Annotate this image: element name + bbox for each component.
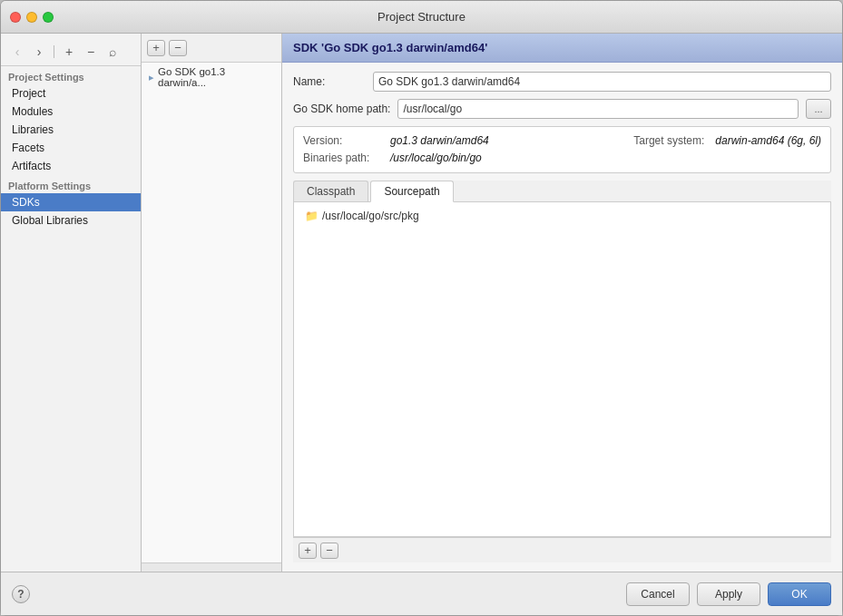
close-button[interactable] — [10, 12, 21, 23]
add-button[interactable]: + — [60, 43, 78, 61]
sidebar-item-facets[interactable]: Facets — [1, 139, 141, 157]
sidebar-item-libraries[interactable]: Libraries — [1, 121, 141, 139]
bottom-bar: ? Cancel Apply OK — [1, 572, 842, 615]
info-box: Version: go1.3 darwin/amd64 Target syste… — [293, 126, 831, 173]
sidebar-item-project[interactable]: Project — [1, 84, 141, 103]
sidebar: ‹ › + − ⌕ Project Settings Project Modul… — [1, 34, 142, 572]
back-button[interactable]: ‹ — [8, 43, 26, 61]
sdk-list-item[interactable]: ▸ Go SDK go1.3 darwin/a... — [142, 63, 281, 92]
target-label: Target system: — [633, 132, 704, 150]
sidebar-item-modules[interactable]: Modules — [1, 103, 141, 121]
detail-panel: SDK 'Go SDK go1.3 darwin/amd64' Name: Go… — [282, 34, 842, 572]
tab-sourcepath[interactable]: Sourcepath — [370, 181, 453, 202]
title-bar: Project Structure — [1, 1, 842, 34]
version-label: Version: — [303, 132, 385, 150]
path-add-button[interactable]: + — [299, 543, 317, 559]
tab-toolbar: + − — [293, 537, 831, 562]
browse-button[interactable]: ... — [806, 99, 831, 119]
tab-classpath[interactable]: Classpath — [293, 181, 368, 201]
folder-icon: 📁 — [305, 210, 319, 222]
binaries-row: Binaries path: /usr/local/go/bin/go — [303, 150, 821, 167]
tab-sourcepath-content: 📁 /usr/local/go/src/pkg — [293, 202, 831, 537]
bottom-left: ? — [12, 585, 30, 603]
cancel-button[interactable]: Cancel — [626, 582, 690, 606]
bottom-right: Cancel Apply OK — [626, 582, 831, 606]
binaries-value: /usr/local/go/bin/go — [390, 150, 482, 167]
traffic-lights — [10, 12, 54, 23]
minimize-button[interactable] — [26, 12, 37, 23]
sdk-list-panel: + − ▸ Go SDK go1.3 darwin/a... — [142, 34, 282, 572]
sdk-list-toolbar: + − — [142, 34, 281, 63]
version-value: go1.3 darwin/amd64 — [390, 132, 489, 150]
main-content: ‹ › + − ⌕ Project Settings Project Modul… — [1, 34, 842, 572]
sidebar-item-sdks[interactable]: SDKs — [1, 193, 141, 211]
path-item: 📁 /usr/local/go/src/pkg — [301, 208, 823, 224]
project-settings-header: Project Settings — [1, 66, 141, 84]
sidebar-item-artifacts[interactable]: Artifacts — [1, 157, 141, 175]
binaries-label: Binaries path: — [303, 150, 385, 167]
target-value: darwin-amd64 (6g, 6l) — [715, 132, 821, 150]
window-title: Project Structure — [377, 10, 466, 24]
forward-button[interactable]: › — [30, 43, 48, 61]
tabs-header: Classpath Sourcepath — [293, 181, 831, 202]
home-path-row: Go SDK home path: ... — [293, 99, 831, 119]
detail-header: SDK 'Go SDK go1.3 darwin/amd64' — [282, 34, 842, 63]
sdk-remove-button[interactable]: − — [169, 40, 187, 56]
maximize-button[interactable] — [43, 12, 54, 23]
ok-button[interactable]: OK — [768, 582, 831, 606]
scrollbar-stub — [142, 562, 281, 572]
home-path-input[interactable] — [397, 99, 799, 119]
name-label: Name: — [293, 75, 366, 88]
remove-button[interactable]: − — [82, 43, 100, 61]
search-button[interactable]: ⌕ — [103, 43, 122, 61]
sidebar-toolbar: ‹ › + − ⌕ — [1, 37, 141, 66]
sdk-add-button[interactable]: + — [147, 40, 165, 56]
platform-settings-header: Platform Settings — [1, 175, 141, 193]
name-input[interactable] — [373, 72, 831, 92]
detail-body: Name: Go SDK home path: ... Version: go1… — [282, 63, 842, 572]
path-remove-button[interactable]: − — [320, 543, 338, 559]
toolbar-separator — [54, 45, 54, 58]
name-row: Name: — [293, 72, 831, 92]
apply-button[interactable]: Apply — [697, 582, 760, 606]
help-button[interactable]: ? — [12, 585, 30, 603]
tabs-container: Classpath Sourcepath 📁 /usr/local/go/src… — [293, 181, 831, 562]
project-structure-window: Project Structure ‹ › + − ⌕ Project Sett… — [0, 0, 843, 616]
sidebar-item-global-libraries[interactable]: Global Libraries — [1, 211, 141, 230]
home-path-label: Go SDK home path: — [293, 103, 390, 115]
sdk-list-items: ▸ Go SDK go1.3 darwin/a... — [142, 63, 281, 562]
version-row: Version: go1.3 darwin/amd64 Target syste… — [303, 132, 821, 150]
